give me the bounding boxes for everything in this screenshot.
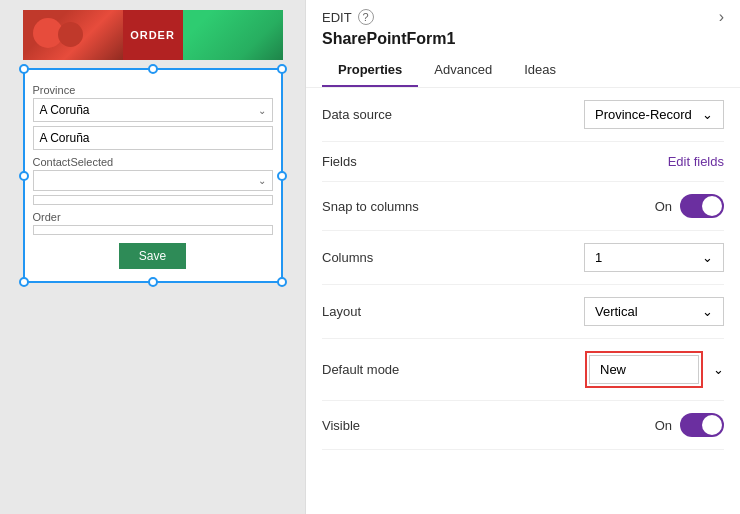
province-dropdown[interactable]: A Coruña ⌄ <box>33 98 273 122</box>
data-source-chevron-icon: ⌄ <box>702 107 713 122</box>
banner-tomato-image <box>23 10 123 60</box>
snap-toggle-container: On <box>655 194 724 218</box>
right-panel: EDIT ? › SharePointForm1 Properties Adva… <box>305 0 740 514</box>
province-dropdown-value: A Coruña <box>40 103 90 117</box>
contact-chevron-icon: ⌄ <box>258 175 266 186</box>
panel-header: EDIT ? › SharePointForm1 Properties Adva… <box>306 0 740 88</box>
handle-bottom-left[interactable] <box>19 277 29 287</box>
visible-row: Visible On <box>322 401 724 450</box>
default-mode-highlight-border: New <box>585 351 703 388</box>
order-field-label: Order <box>33 211 273 223</box>
layout-row: Layout Vertical ⌄ <box>322 285 724 339</box>
data-source-value: Province-Record ⌄ <box>482 100 724 129</box>
form-container: Province A Coruña ⌄ A Coruña ContactSele… <box>23 68 283 283</box>
form-title: SharePointForm1 <box>322 30 724 48</box>
visible-toggle[interactable] <box>680 413 724 437</box>
data-source-dropdown[interactable]: Province-Record ⌄ <box>584 100 724 129</box>
layout-label: Layout <box>322 304 482 319</box>
fields-label: Fields <box>322 154 482 169</box>
visible-toggle-container: On <box>655 413 724 437</box>
edit-fields-link[interactable]: Edit fields <box>668 154 724 169</box>
data-source-row: Data source Province-Record ⌄ <box>322 88 724 142</box>
layout-dropdown[interactable]: Vertical ⌄ <box>584 297 724 326</box>
layout-value: Vertical ⌄ <box>482 297 724 326</box>
banner-green-image <box>183 10 283 60</box>
contact-field-label: ContactSelected <box>33 156 273 168</box>
default-mode-label: Default mode <box>322 362 482 377</box>
visible-toggle-on-label: On <box>655 418 672 433</box>
order-text-input[interactable] <box>33 225 273 235</box>
handle-top-left[interactable] <box>19 64 29 74</box>
default-mode-chevron-icon: ⌄ <box>713 362 724 377</box>
handle-top-center[interactable] <box>148 64 158 74</box>
handle-middle-right[interactable] <box>277 171 287 181</box>
visible-value: On <box>482 413 724 437</box>
tab-advanced[interactable]: Advanced <box>418 54 508 87</box>
help-icon[interactable]: ? <box>358 9 374 25</box>
data-source-dropdown-text: Province-Record <box>595 107 692 122</box>
tabs-row: Properties Advanced Ideas <box>322 54 724 87</box>
data-source-label: Data source <box>322 107 482 122</box>
visible-label: Visible <box>322 418 482 433</box>
top-banner: ORDER <box>23 10 283 60</box>
default-mode-value-container: New ⌄ <box>482 351 724 388</box>
contact-text-input[interactable] <box>33 195 273 205</box>
handle-bottom-right[interactable] <box>277 277 287 287</box>
contact-dropdown[interactable]: ⌄ <box>33 170 273 191</box>
handle-bottom-center[interactable] <box>148 277 158 287</box>
layout-chevron-icon: ⌄ <box>702 304 713 319</box>
province-text-input[interactable]: A Coruña <box>33 126 273 150</box>
snap-toggle-on-label: On <box>655 199 672 214</box>
columns-dropdown[interactable]: 1 ⌄ <box>584 243 724 272</box>
snap-to-columns-value: On <box>482 194 724 218</box>
columns-chevron-icon: ⌄ <box>702 250 713 265</box>
province-field-label: Province <box>33 84 273 96</box>
expand-arrow-icon[interactable]: › <box>719 8 724 26</box>
columns-value: 1 ⌄ <box>482 243 724 272</box>
columns-dropdown-text: 1 <box>595 250 602 265</box>
tab-ideas[interactable]: Ideas <box>508 54 572 87</box>
default-mode-dropdown[interactable]: New <box>589 355 699 384</box>
columns-row: Columns 1 ⌄ <box>322 231 724 285</box>
default-mode-dropdown-text: New <box>600 362 626 377</box>
columns-label: Columns <box>322 250 482 265</box>
province-chevron-icon: ⌄ <box>258 105 266 116</box>
canvas-area: ORDER Province A Coruña ⌄ A Coruña Conta… <box>0 0 305 514</box>
handle-top-right[interactable] <box>277 64 287 74</box>
fields-value: Edit fields <box>482 154 724 169</box>
snap-toggle[interactable] <box>680 194 724 218</box>
panel-body: Data source Province-Record ⌄ Fields Edi… <box>306 88 740 514</box>
edit-label: EDIT <box>322 10 352 25</box>
snap-to-columns-row: Snap to columns On <box>322 182 724 231</box>
fields-row: Fields Edit fields <box>322 142 724 182</box>
save-button[interactable]: Save <box>119 243 186 269</box>
snap-to-columns-label: Snap to columns <box>322 199 482 214</box>
tab-properties[interactable]: Properties <box>322 54 418 87</box>
default-mode-row: Default mode New ⌄ <box>322 339 724 401</box>
banner-order-label: ORDER <box>123 10 183 60</box>
handle-middle-left[interactable] <box>19 171 29 181</box>
layout-dropdown-text: Vertical <box>595 304 638 319</box>
